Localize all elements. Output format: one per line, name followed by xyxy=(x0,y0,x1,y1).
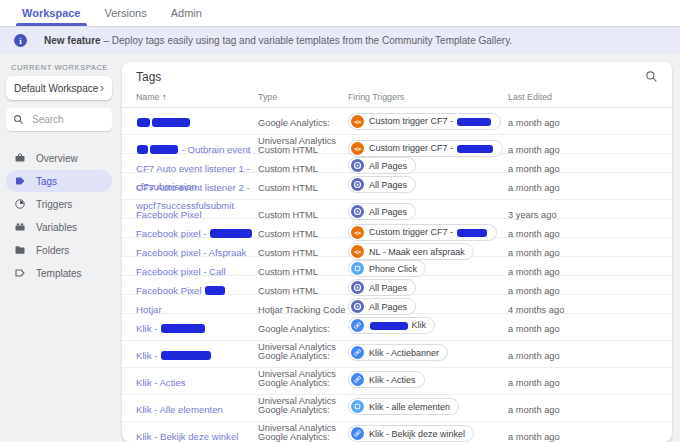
tab-admin[interactable]: Admin xyxy=(159,1,214,26)
sidebar-search[interactable] xyxy=(6,108,112,131)
workspace-name: Default Workspace xyxy=(14,83,98,94)
search-input[interactable] xyxy=(32,114,102,125)
trigger-chip-label: All Pages xyxy=(369,207,407,217)
sidebar-item-folders[interactable]: Folders xyxy=(6,239,112,261)
triggers-cell: Klik - Bekijk deze winkel xyxy=(348,422,508,442)
trigger-chip-text: All Pages xyxy=(369,161,407,171)
sidebar-item-overview[interactable]: Overview xyxy=(6,147,112,169)
banner-message: – Deploy tags easily using tag and varia… xyxy=(103,35,512,46)
type-cell: Google Analytics: Universal Analytics xyxy=(258,422,348,442)
page-title: Tags xyxy=(136,70,161,84)
table-row: - Outbrain eventCustom HTML<>Custom trig… xyxy=(122,135,672,154)
last-edited-text: a month ago xyxy=(508,351,560,361)
trigger-chip[interactable]: All Pages xyxy=(348,298,416,315)
variable-icon xyxy=(14,221,26,233)
trigger-chip[interactable]: Klik xyxy=(348,317,435,334)
trigger-chip[interactable]: Phone Click xyxy=(348,260,426,277)
trigger-icon xyxy=(14,198,26,210)
trigger-chip[interactable]: Klik - alle elementen xyxy=(348,398,459,415)
triggers-cell: All Pages xyxy=(348,295,508,315)
tag-name-link[interactable]: Klik - xyxy=(136,350,212,361)
redaction-mark xyxy=(457,145,493,153)
top-navigation: Workspace Versions Admin xyxy=(0,0,680,27)
column-header-firing-triggers[interactable]: Firing Triggers xyxy=(348,92,508,102)
last-edited-text: a month ago xyxy=(508,324,560,334)
name-cell: Klik - xyxy=(136,314,258,336)
trigger-chip-label: All Pages xyxy=(369,161,407,171)
trigger-chip[interactable]: All Pages xyxy=(348,203,416,220)
last-edited-cell: a month ago xyxy=(508,341,672,363)
triggers-cell: All Pages xyxy=(348,276,508,296)
trigger-chip-text: All Pages xyxy=(369,180,407,190)
tag-name-link[interactable]: Klik - Acties xyxy=(136,377,186,388)
trigger-chip[interactable]: Klik - Acties xyxy=(348,371,425,388)
last-edited-cell: a month ago xyxy=(508,314,672,336)
sidebar-item-variables[interactable]: Variables xyxy=(6,216,112,238)
redaction-mark xyxy=(137,118,150,127)
column-header-name[interactable]: Name ↑ xyxy=(136,92,258,102)
redaction-mark xyxy=(137,145,148,154)
tab-versions[interactable]: Versions xyxy=(93,1,159,26)
trigger-chip[interactable]: All Pages xyxy=(348,176,416,193)
trigger-chip-text: Klik - alle elementen xyxy=(369,402,450,412)
tag-name-link[interactable] xyxy=(136,117,191,128)
sidebar-item-label: Tags xyxy=(36,176,57,187)
sort-ascending-icon: ↑ xyxy=(162,92,167,102)
table-search-icon[interactable] xyxy=(645,70,658,83)
pageview-icon xyxy=(351,205,364,218)
trigger-chip-text: Custom trigger CF7 - xyxy=(369,227,488,237)
last-edited-cell: a month ago xyxy=(508,422,672,442)
redaction-mark xyxy=(370,322,408,330)
sidebar-item-tags[interactable]: Tags xyxy=(6,170,112,192)
tag-name-text: Klik - Bekijk deze winkel xyxy=(136,431,238,442)
sidebar-item-label: Overview xyxy=(36,153,78,164)
link-click-icon xyxy=(351,346,364,359)
trigger-chip[interactable]: <>Custom trigger CF7 - xyxy=(348,113,501,130)
tag-name-link[interactable]: Klik - xyxy=(136,323,206,334)
last-edited-cell: a month ago xyxy=(508,108,672,130)
table-header: Name ↑ Type Firing Triggers Last Edited xyxy=(122,87,672,108)
column-header-type[interactable]: Type xyxy=(258,92,348,102)
table-row: HotjarHotjar Tracking CodeAll Pages4 mon… xyxy=(122,295,672,314)
tag-name-link[interactable]: Klik - Alle elementen xyxy=(136,404,223,415)
search-icon xyxy=(13,114,24,125)
custom-event-icon: <> xyxy=(351,115,364,128)
trigger-chip-label: Phone Click xyxy=(369,264,417,274)
trigger-chip-text: Klik - Acties xyxy=(369,375,416,385)
trigger-chip-label: NL - Maak een afspraak xyxy=(369,247,465,257)
sidebar-menu: OverviewTagsTriggersVariablesFoldersTemp… xyxy=(6,147,112,284)
pageview-icon xyxy=(351,178,364,191)
trigger-chip-label: Klik xyxy=(409,320,426,330)
sidebar-item-label: Triggers xyxy=(36,199,72,210)
trigger-chip[interactable]: Klik - Bekijk deze winkel xyxy=(348,425,474,442)
sidebar-item-triggers[interactable]: Triggers xyxy=(6,193,112,215)
tab-workspace[interactable]: Workspace xyxy=(10,1,93,26)
trigger-chip-text: NL - Maak een afspraak xyxy=(369,247,465,257)
overview-icon xyxy=(14,152,26,164)
chevron-right-icon: › xyxy=(100,82,104,94)
trigger-chip-label: Custom trigger CF7 - xyxy=(369,227,456,237)
sidebar-item-templates[interactable]: Templates xyxy=(6,262,112,284)
trigger-chip[interactable]: All Pages xyxy=(348,157,416,174)
tag-name-text: Klik - Alle elementen xyxy=(136,404,223,415)
column-header-last-edited[interactable]: Last Edited xyxy=(508,92,672,102)
redaction-mark xyxy=(210,229,252,238)
triggers-cell: <>Custom trigger CF7 - xyxy=(348,108,508,130)
last-edited-cell: a month ago xyxy=(508,173,672,195)
new-feature-banner: i New feature – Deploy tags easily using… xyxy=(0,27,680,54)
tag-name-link[interactable]: Klik - Bekijk deze winkel xyxy=(136,431,238,442)
tag-type-text: Custom HTML xyxy=(258,183,318,193)
table-row: Facebook pixel - AfspraakCustom HTML<>NL… xyxy=(122,238,672,257)
trigger-chip[interactable]: Klik - Actiebanner xyxy=(348,344,448,361)
workspace-selector[interactable]: Default Workspace › xyxy=(6,76,112,100)
table-row: Facebook pixel - Custom HTML<>Custom tri… xyxy=(122,219,672,238)
sidebar: CURRENT WORKSPACE Default Workspace › Ov… xyxy=(0,54,118,442)
pageview-icon xyxy=(351,300,364,313)
trigger-chip[interactable]: All Pages xyxy=(348,279,416,296)
table-row: Google Analytics: Universal Analytics<>C… xyxy=(122,108,672,135)
trigger-chip-text: All Pages xyxy=(369,207,407,217)
last-edited-text: a month ago xyxy=(508,378,560,388)
element-click-icon xyxy=(351,262,364,275)
table-row: Facebook pixel - CallCustom HTMLPhone Cl… xyxy=(122,257,672,276)
trigger-chip-label: Custom trigger CF7 - xyxy=(369,116,456,126)
